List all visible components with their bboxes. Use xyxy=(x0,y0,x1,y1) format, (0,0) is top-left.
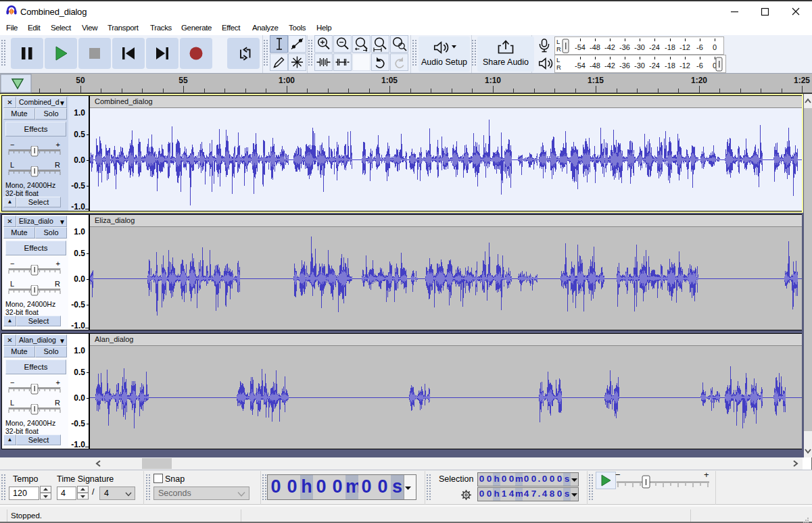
svg-text:1:05: 1:05 xyxy=(381,76,398,85)
svg-text:-54: -54 xyxy=(575,43,586,51)
svg-text:-6: -6 xyxy=(696,43,703,51)
svg-text:-30: -30 xyxy=(634,43,645,51)
svg-text:-54: -54 xyxy=(575,61,586,70)
svg-text:Share Audio: Share Audio xyxy=(483,57,529,67)
svg-text:-36: -36 xyxy=(619,61,630,70)
svg-text:-1.0: -1.0 xyxy=(71,321,85,330)
svg-text:Audio Setup: Audio Setup xyxy=(421,57,467,67)
svg-text:0.5: 0.5 xyxy=(74,130,85,139)
svg-text:-36: -36 xyxy=(619,43,630,51)
svg-text:0.0: 0.0 xyxy=(74,393,85,403)
svg-text:-42: -42 xyxy=(604,61,615,70)
svg-text:0.5: 0.5 xyxy=(74,368,85,377)
svg-text:-48: -48 xyxy=(590,43,600,51)
svg-text:R: R xyxy=(556,45,561,53)
svg-text:1.0: 1.0 xyxy=(74,108,85,118)
svg-text:L: L xyxy=(556,56,560,64)
svg-text:R: R xyxy=(556,64,561,71)
svg-text:-42: -42 xyxy=(604,43,615,51)
svg-text:1:25: 1:25 xyxy=(794,76,810,85)
svg-text:+: + xyxy=(704,470,709,480)
svg-text:0.0: 0.0 xyxy=(74,155,85,165)
svg-text:1:00: 1:00 xyxy=(279,76,295,85)
svg-text:-1.0: -1.0 xyxy=(71,202,85,211)
svg-text:-0.5: -0.5 xyxy=(71,300,85,309)
svg-text:-24: -24 xyxy=(649,43,660,51)
svg-text:L: L xyxy=(556,38,560,45)
svg-text:-12: -12 xyxy=(679,61,690,70)
svg-text:-48: -48 xyxy=(590,61,600,70)
svg-text:55: 55 xyxy=(178,76,188,85)
svg-text:-0.5: -0.5 xyxy=(71,419,85,428)
svg-text:1.0: 1.0 xyxy=(74,346,85,355)
svg-text:0.0: 0.0 xyxy=(74,274,85,284)
svg-text:-0.5: -0.5 xyxy=(71,181,85,191)
svg-text:50: 50 xyxy=(76,76,85,85)
svg-text:-1.0: -1.0 xyxy=(71,440,85,449)
svg-text:1:10: 1:10 xyxy=(485,76,501,85)
svg-text:-18: -18 xyxy=(665,43,675,51)
svg-text:1:20: 1:20 xyxy=(691,76,707,85)
svg-text:1:15: 1:15 xyxy=(588,76,604,85)
svg-text:-12: -12 xyxy=(679,43,690,51)
svg-text:0.5: 0.5 xyxy=(74,249,85,258)
svg-text:−: − xyxy=(615,470,621,480)
svg-text:-6: -6 xyxy=(696,61,703,70)
svg-text:0: 0 xyxy=(713,43,717,51)
svg-text:-18: -18 xyxy=(665,61,675,70)
svg-text:-24: -24 xyxy=(649,61,660,70)
svg-text:-30: -30 xyxy=(634,61,645,70)
svg-text:1.0: 1.0 xyxy=(74,227,85,236)
